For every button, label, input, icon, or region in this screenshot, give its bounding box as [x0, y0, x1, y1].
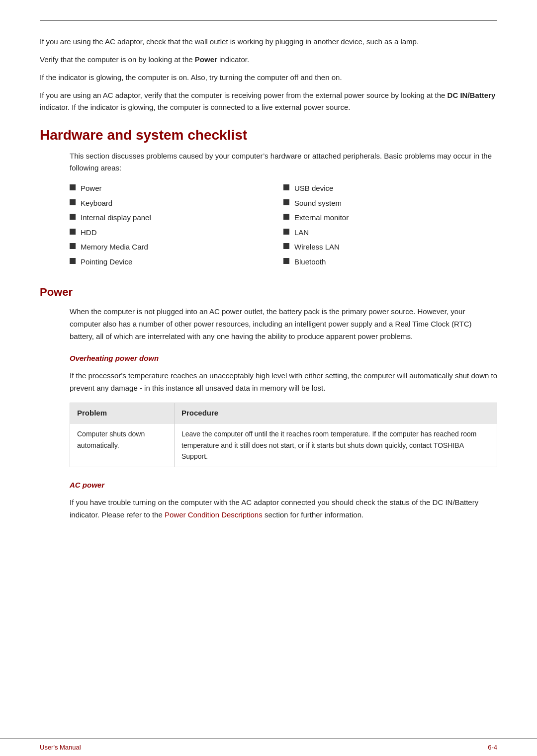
checklist-item-label: Internal display panel: [81, 212, 151, 224]
bullet-icon: [283, 243, 289, 249]
list-item: Internal display panel: [70, 212, 283, 224]
checklist-left-col: Power Keyboard Internal display panel HD…: [70, 183, 283, 271]
checklist-item-label: LAN: [294, 227, 309, 239]
list-item: USB device: [283, 183, 497, 194]
bullet-icon: [70, 258, 76, 264]
list-item: External monitor: [283, 212, 497, 224]
list-item: Power: [70, 183, 283, 194]
section-intro-text: This section discusses problems caused b…: [40, 150, 497, 174]
bullet-icon: [70, 243, 76, 249]
checklist-container: Power Keyboard Internal display panel HD…: [40, 183, 497, 271]
checklist-item-label: HDD: [81, 227, 97, 239]
list-item: HDD: [70, 227, 283, 239]
checklist-item-label: Pointing Device: [81, 256, 132, 268]
table-header-procedure: Procedure: [175, 403, 497, 423]
list-item: Pointing Device: [70, 256, 283, 268]
power-body-text: When the computer is not plugged into an…: [70, 306, 497, 342]
checklist-item-label: Memory Media Card: [81, 242, 148, 253]
power-bold: Power: [195, 55, 217, 64]
checklist-item-label: USB device: [294, 183, 333, 194]
page: If you are using the AC adaptor, check t…: [0, 0, 537, 756]
footer-left: User's Manual: [40, 744, 81, 751]
bullet-icon: [283, 229, 289, 235]
list-item: Wireless LAN: [283, 242, 497, 253]
bullet-icon: [70, 229, 76, 235]
power-body-container: When the computer is not plugged into an…: [40, 306, 497, 521]
ac-power-body-text: If you have trouble turning on the compu…: [70, 497, 497, 521]
top-border: [40, 20, 497, 21]
footer-bar: User's Manual 6-4: [0, 738, 537, 756]
power-subheading: Power: [40, 286, 497, 299]
bullet-icon: [70, 214, 76, 220]
bullet-icon: [70, 184, 76, 190]
intro-para-3: If the indicator is glowing, the compute…: [40, 72, 497, 84]
list-item: Keyboard: [70, 198, 283, 209]
checklist-right-col: USB device Sound system External monitor…: [283, 183, 497, 271]
table-row: Computer shuts down automatically. Leave…: [70, 423, 497, 467]
hardware-checklist-heading: Hardware and system checklist: [40, 127, 497, 143]
table-cell-procedure: Leave the computer off until the it reac…: [175, 423, 497, 467]
list-item: Sound system: [283, 198, 497, 209]
problem-table: Problem Procedure Computer shuts down au…: [70, 403, 497, 468]
checklist-item-label: Bluetooth: [294, 256, 326, 268]
checklist-item-label: Keyboard: [81, 198, 112, 209]
list-item: LAN: [283, 227, 497, 239]
intro-para-1: If you are using the AC adaptor, check t…: [40, 36, 497, 48]
table-cell-problem: Computer shuts down automatically.: [70, 423, 175, 467]
ac-power-heading: AC power: [70, 479, 497, 492]
power-condition-link[interactable]: Power Condition Descriptions: [165, 510, 263, 519]
bullet-icon: [283, 258, 289, 264]
bullet-icon: [283, 214, 289, 220]
overheating-body-text: If the processor's temperature reaches a…: [70, 370, 497, 395]
checklist-item-label: Sound system: [294, 198, 342, 209]
intro-para-2: Verify that the computer is on by lookin…: [40, 54, 497, 66]
bullet-icon: [283, 199, 289, 205]
table-header-problem: Problem: [70, 403, 175, 423]
footer-right: 6-4: [488, 744, 497, 751]
checklist-item-label: External monitor: [294, 212, 349, 224]
bullet-icon: [70, 199, 76, 205]
checklist-item-label: Wireless LAN: [294, 242, 340, 253]
intro-para-4: If you are using an AC adaptor, verify t…: [40, 89, 497, 113]
bullet-icon: [283, 184, 289, 190]
list-item: Bluetooth: [283, 256, 497, 268]
checklist-item-label: Power: [81, 183, 102, 194]
list-item: Memory Media Card: [70, 242, 283, 253]
dc-in-battery-bold: DC IN/Battery: [448, 91, 496, 99]
overheating-heading: Overheating power down: [70, 352, 497, 365]
